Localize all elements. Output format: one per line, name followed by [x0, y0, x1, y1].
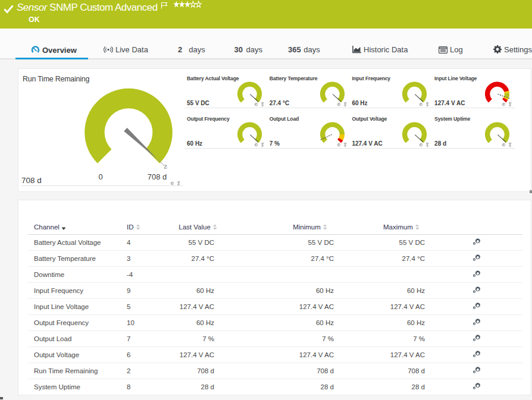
- svg-text:☡: ☡: [163, 164, 168, 170]
